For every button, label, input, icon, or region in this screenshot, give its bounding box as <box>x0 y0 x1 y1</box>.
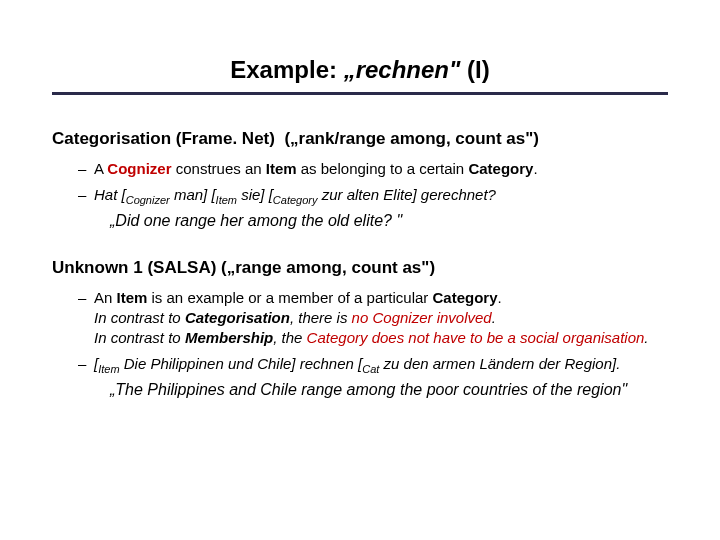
section-categorisation: Categorisation (Frame. Net) („rank/range… <box>52 129 668 232</box>
slide: Example: „rechnen" (I) Categorisation (F… <box>0 0 720 447</box>
no-cognizer: no Cognizer involved <box>352 309 492 326</box>
term-category-2: Category <box>432 289 497 306</box>
sec1-bullet-2: Hat [Cognizer man] [Item sie] [Category … <box>78 185 668 231</box>
section-head-2: Unknown 1 (SALSA) („range among, count a… <box>52 258 668 278</box>
title-word: „rechnen" <box>344 56 461 83</box>
slide-title: Example: „rechnen" (I) <box>52 56 668 92</box>
term-item-2: Item <box>117 289 148 306</box>
title-rule <box>52 92 668 95</box>
section-head-1: Categorisation (Frame. Net) („rank/range… <box>52 129 668 149</box>
title-suffix: (I) <box>460 56 489 83</box>
sec2-bullet-1: An Item is an example or a member of a p… <box>78 288 668 349</box>
sec1-bullets: A Cognizer construes an Item as belongin… <box>52 159 668 232</box>
sec1-gloss: („rank/range among, count as") <box>284 129 539 148</box>
sec2-gloss: („range among, count as") <box>221 258 435 277</box>
term-category: Category <box>468 160 533 177</box>
sec1-quote: „Did one range her among the old elite? … <box>94 210 668 232</box>
sec2-name: Unknown 1 (SALSA) <box>52 258 216 277</box>
section-unknown1: Unknown 1 (SALSA) („range among, count a… <box>52 258 668 401</box>
sec2-bullets: An Item is an example or a member of a p… <box>52 288 668 401</box>
term-cognizer: Cognizer <box>107 160 171 177</box>
sec1-bullet-1: A Cognizer construes an Item as belongin… <box>78 159 668 179</box>
term-item: Item <box>266 160 297 177</box>
not-social-org: Category does not have to be a social or… <box>307 329 645 346</box>
title-prefix: Example: <box>230 56 343 83</box>
sec2-bullet-2: [Item Die Philippinen und Chile] rechnen… <box>78 354 668 400</box>
sec2-quote: „The Philippines and Chile range among t… <box>94 379 668 401</box>
sec1-name: Categorisation (Frame. Net) <box>52 129 275 148</box>
